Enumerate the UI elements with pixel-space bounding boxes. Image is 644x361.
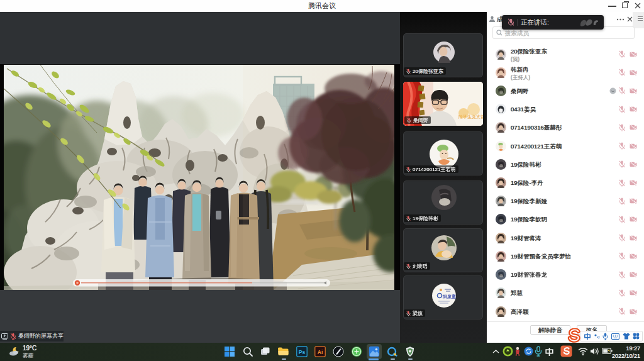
svg-text:阳泉童: 阳泉童 — [443, 294, 456, 299]
svg-text:Ps: Ps — [299, 349, 306, 355]
svg-text:Ai: Ai — [318, 349, 323, 355]
